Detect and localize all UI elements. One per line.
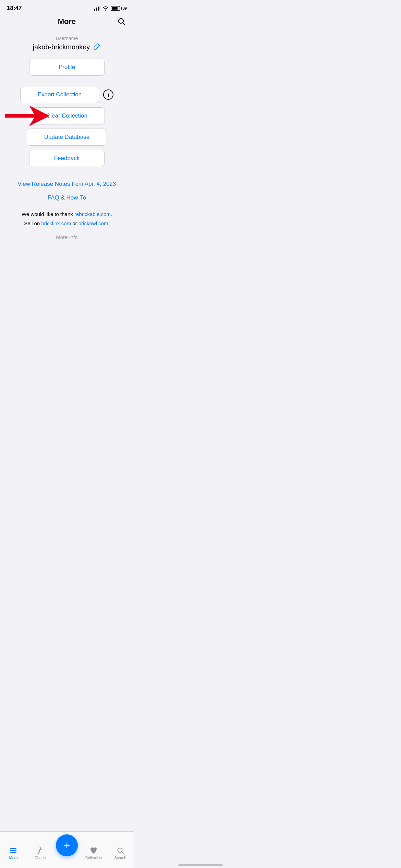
release-notes-link[interactable]: View Release Notes from Apr. 4, 2023 xyxy=(0,181,134,188)
clear-collection-button[interactable]: Clear Collection xyxy=(29,107,105,124)
battery-icon: 89 xyxy=(111,6,127,11)
sell-prefix: Sell on xyxy=(24,220,41,226)
rebrickable-link[interactable]: rebrickable.com xyxy=(74,211,111,217)
header-search-button[interactable] xyxy=(116,16,127,28)
status-time: 18:47 xyxy=(7,5,22,12)
info-button[interactable]: i xyxy=(103,89,113,100)
sell-suffix: . xyxy=(108,220,109,226)
thanks-prefix: We would like to thank xyxy=(22,211,74,217)
main-content: Username jakob-brickmonkey Profile Expor… xyxy=(0,29,134,288)
signal-icon xyxy=(94,6,100,11)
svg-rect-3 xyxy=(99,6,100,11)
faq-link[interactable]: FAQ & How-To xyxy=(0,194,134,201)
profile-button[interactable]: Profile xyxy=(29,59,105,76)
svg-rect-0 xyxy=(94,9,95,11)
sell-mid: or xyxy=(71,220,78,226)
username-section: Username jakob-brickmonkey xyxy=(33,36,101,52)
export-collection-row: Export Collection i xyxy=(20,86,114,103)
thanks-suffix: . xyxy=(111,211,112,217)
export-collection-button[interactable]: Export Collection xyxy=(20,86,99,103)
wifi-icon xyxy=(102,6,109,11)
status-bar: 18:47 89 xyxy=(0,0,134,14)
header: More xyxy=(0,14,134,29)
username-row: jakob-brickmonkey xyxy=(33,43,101,52)
svg-rect-1 xyxy=(96,8,97,11)
thanks-text: We would like to thank rebrickable.com. … xyxy=(11,209,122,228)
status-icons: 89 xyxy=(94,6,127,11)
edit-username-button[interactable] xyxy=(93,43,101,52)
search-icon xyxy=(117,17,125,25)
username-label: Username xyxy=(33,36,101,41)
svg-line-5 xyxy=(123,23,125,25)
more-info-text: More Info xyxy=(56,234,77,240)
page-title: More xyxy=(58,17,76,26)
username-value: jakob-brickmonkey xyxy=(33,43,90,51)
svg-rect-2 xyxy=(98,7,99,11)
pencil-icon xyxy=(93,43,101,50)
brickowl-link[interactable]: brickowl.com xyxy=(78,220,108,226)
update-database-button[interactable]: Update Database xyxy=(27,129,107,146)
feedback-button[interactable]: Feedback xyxy=(29,150,105,167)
bricklink-link[interactable]: bricklink.com xyxy=(41,220,71,226)
